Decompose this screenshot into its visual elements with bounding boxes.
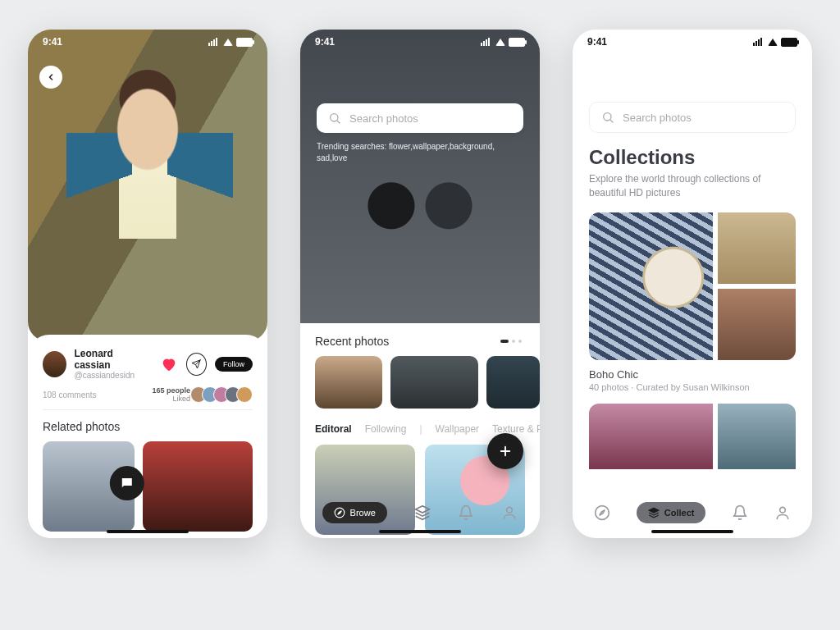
- signal-icon: [481, 38, 492, 46]
- signal-icon: [208, 38, 220, 46]
- likes-block[interactable]: 165 people Liked: [152, 386, 253, 403]
- photo-info-card: Leonard cassian @cassiandesidn Follow 10…: [28, 335, 267, 538]
- compass-icon: [334, 507, 345, 518]
- carousel-dots[interactable]: [500, 340, 522, 343]
- search-icon: [601, 111, 614, 124]
- status-time: 9:41: [587, 36, 607, 48]
- chat-icon: [120, 476, 135, 491]
- page-subtitle: Explore the world through collections of…: [589, 172, 796, 201]
- nav-browse[interactable]: Browe: [322, 502, 387, 523]
- status-bar: 9:41: [28, 30, 267, 54]
- status-indicators: [208, 38, 253, 47]
- related-photos-row: [43, 441, 253, 532]
- collections-body: Search photos Collections Explore the wo…: [573, 30, 812, 538]
- share-button[interactable]: [186, 353, 207, 376]
- svg-point-2: [331, 114, 338, 121]
- status-indicators: [753, 38, 797, 47]
- browse-hero: Search photos Trending searches: flower,…: [300, 30, 540, 323]
- chevron-left-icon: [46, 72, 56, 82]
- related-photo[interactable]: [143, 441, 253, 532]
- wifi-icon: [223, 39, 233, 46]
- svg-point-12: [596, 506, 609, 520]
- hero-photo[interactable]: [28, 30, 267, 341]
- status-bar: 9:41: [573, 30, 812, 54]
- nav-browse[interactable]: [594, 504, 610, 521]
- nav-profile[interactable]: [501, 504, 518, 521]
- home-indicator: [379, 530, 461, 533]
- wifi-icon: [495, 39, 505, 46]
- like-button[interactable]: [160, 355, 178, 373]
- tab-separator: |: [419, 423, 422, 435]
- screen-collections: 9:41 Search photos Collections Explore t…: [573, 30, 812, 538]
- author-row: Leonard cassian @cassiandesidn Follow: [43, 348, 253, 380]
- author-name[interactable]: Leonard cassian: [75, 348, 144, 371]
- follow-button[interactable]: Follow: [215, 357, 253, 372]
- layers-icon: [648, 507, 660, 518]
- bell-icon: [458, 504, 474, 521]
- comments-count[interactable]: 108 comments: [43, 390, 97, 399]
- signal-icon: [753, 38, 765, 46]
- nav-collections-label: Collect: [664, 508, 695, 518]
- plus-icon: [498, 444, 513, 459]
- tab-editoral[interactable]: Editoral: [315, 423, 352, 435]
- tab-wallpaper[interactable]: Wallpaper: [436, 423, 480, 435]
- heart-icon: [160, 355, 178, 373]
- comments-fab[interactable]: [110, 466, 144, 500]
- recent-photo[interactable]: [390, 356, 479, 409]
- svg-marker-13: [600, 510, 605, 516]
- recent-heading: Recent photos: [315, 335, 389, 348]
- nav-collections[interactable]: Collect: [637, 502, 706, 523]
- status-bar: 9:41: [300, 30, 540, 54]
- bottom-nav: Browe: [300, 502, 540, 523]
- recent-photo[interactable]: [315, 356, 382, 409]
- compass-icon: [594, 504, 610, 521]
- nav-notifications[interactable]: [732, 504, 748, 521]
- status-time: 9:41: [315, 36, 335, 48]
- search-box[interactable]: Search photos: [589, 102, 796, 133]
- nav-notifications[interactable]: [458, 504, 474, 521]
- svg-point-10: [604, 113, 611, 121]
- status-indicators: [481, 38, 525, 47]
- battery-icon: [781, 38, 797, 47]
- tab-texture[interactable]: Texture & Pa: [492, 423, 540, 435]
- recent-photo[interactable]: [486, 356, 540, 409]
- screen-photo-detail: 9:41 Leonard cassian @cassiandesidn: [28, 30, 267, 538]
- nav-profile[interactable]: [774, 504, 791, 521]
- search-placeholder: Search photos: [623, 112, 692, 124]
- bottom-nav: Collect: [573, 502, 812, 523]
- add-fab[interactable]: [487, 433, 523, 469]
- author-avatar[interactable]: [43, 351, 66, 377]
- likes-count: 165 people: [152, 386, 190, 395]
- collection-thumb: [718, 289, 796, 360]
- send-icon: [191, 359, 201, 369]
- svg-point-15: [780, 507, 786, 513]
- related-heading: Related photos: [43, 420, 253, 433]
- liker-avatars: [195, 386, 253, 403]
- collection-cover: [589, 212, 713, 360]
- svg-marker-14: [649, 508, 659, 513]
- collection-title[interactable]: Boho Chic: [589, 368, 796, 381]
- recent-photos-row[interactable]: [315, 356, 540, 409]
- stats-row: 108 comments 165 people Liked: [43, 386, 253, 410]
- search-icon: [328, 112, 341, 125]
- svg-marker-8: [416, 506, 430, 513]
- likes-label: Liked: [152, 395, 190, 403]
- search-placeholder: Search photos: [349, 112, 418, 125]
- collection-card[interactable]: [589, 404, 796, 469]
- search-box[interactable]: Search photos: [317, 103, 523, 133]
- nav-collections[interactable]: [414, 504, 431, 521]
- nav-browse-label: Browe: [350, 508, 376, 518]
- trending-searches[interactable]: Trending searches: flower,wallpaper,back…: [317, 141, 523, 164]
- svg-line-11: [610, 120, 613, 122]
- status-time: 9:41: [43, 36, 62, 48]
- svg-marker-7: [337, 511, 341, 515]
- author-handle: @cassiandesidn: [75, 371, 144, 380]
- author-text: Leonard cassian @cassiandesidn: [75, 348, 144, 380]
- user-icon: [774, 504, 791, 521]
- svg-point-9: [507, 507, 513, 513]
- collection-card[interactable]: [589, 212, 796, 360]
- tab-following[interactable]: Following: [365, 423, 407, 435]
- screen-browse: 9:41 Search photos Trending searches: fl…: [300, 30, 540, 538]
- user-icon: [501, 504, 518, 521]
- back-button[interactable]: [39, 66, 62, 89]
